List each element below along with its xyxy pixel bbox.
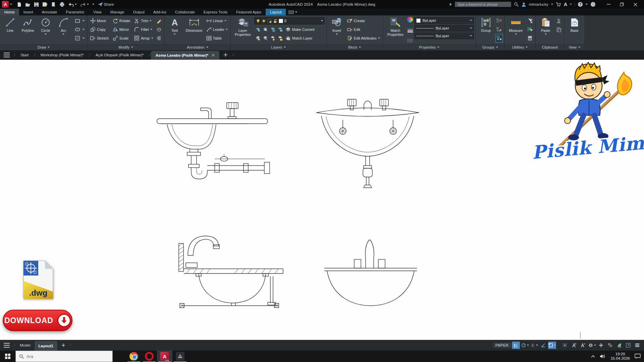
doc-tab-asma-lavabo-active[interactable]: Asma Lavabo (Pislik Mimar)* bbox=[151, 51, 219, 59]
line-button[interactable]: Line bbox=[2, 16, 18, 44]
tab-featured-apps[interactable]: Featured Apps bbox=[232, 9, 266, 15]
leader-button[interactable]: Leader bbox=[205, 25, 229, 34]
units-button[interactable] bbox=[615, 342, 623, 349]
fillet-caret-icon[interactable] bbox=[150, 29, 152, 30]
color-wheel-icon[interactable] bbox=[407, 17, 413, 22]
table-button[interactable]: Table bbox=[205, 34, 229, 43]
help-caret-icon[interactable] bbox=[586, 4, 588, 5]
panel-label-clipboard[interactable]: Clipboard bbox=[536, 44, 564, 50]
move-button[interactable]: Move bbox=[89, 16, 110, 25]
taskbar-clock[interactable]: 19:20 15.04.2026 bbox=[610, 352, 630, 361]
text-button[interactable]: A Text bbox=[166, 16, 183, 44]
qat-customize-caret-icon[interactable] bbox=[92, 4, 94, 5]
tab-express-tools[interactable]: Express Tools bbox=[199, 9, 232, 15]
minimize-button[interactable] bbox=[602, 0, 615, 9]
save-as-icon[interactable] bbox=[42, 2, 48, 7]
array-button[interactable]: Array bbox=[133, 34, 154, 43]
tab-output[interactable]: Output bbox=[128, 9, 149, 15]
start-button[interactable] bbox=[0, 351, 15, 362]
quick-calculator-icon[interactable] bbox=[526, 34, 534, 43]
doc-tabs-menu-icon[interactable] bbox=[0, 50, 13, 59]
layer-off-icon[interactable] bbox=[254, 25, 262, 34]
array-caret-icon[interactable] bbox=[151, 38, 153, 39]
tab-add-ins[interactable]: Add-ins bbox=[149, 9, 171, 15]
isometric-drafting-toggle[interactable] bbox=[530, 342, 538, 349]
object-color-dropdown[interactable]: ByLayer bbox=[414, 17, 474, 24]
tab-annotate[interactable]: Annotate bbox=[37, 9, 61, 15]
plot-icon[interactable] bbox=[51, 2, 56, 7]
linear-caret-icon[interactable] bbox=[224, 20, 226, 21]
download-button[interactable]: DOWNLOAD bbox=[3, 310, 72, 331]
hatch-tool-icon[interactable] bbox=[74, 34, 81, 43]
lineweight-dropdown[interactable]: ByLayer bbox=[414, 25, 474, 32]
ungroup-icon[interactable] bbox=[495, 16, 503, 25]
panel-label-properties[interactable]: Properties bbox=[383, 44, 476, 50]
app-menu-caret-icon[interactable] bbox=[10, 4, 12, 5]
doc-tab-workshop[interactable]: Workshop (Pislik Mimar)* bbox=[36, 50, 89, 59]
taskbar-chrome-icon[interactable] bbox=[126, 351, 142, 362]
layer-thaw-icon[interactable] bbox=[269, 34, 276, 43]
edit-attributes-button[interactable]: Edit Attributes bbox=[346, 34, 381, 43]
close-button[interactable] bbox=[629, 0, 642, 9]
open-folder-icon[interactable] bbox=[25, 2, 31, 7]
select-similar-icon[interactable] bbox=[526, 25, 534, 34]
mirror-button[interactable]: Mirror bbox=[112, 25, 131, 34]
search-icon[interactable] bbox=[514, 2, 519, 7]
taskbar-autocad-icon[interactable]: ACAD bbox=[157, 351, 172, 362]
new-doc-tab-button[interactable] bbox=[219, 50, 232, 59]
circle-button[interactable]: Circle bbox=[37, 16, 54, 44]
tab-view[interactable]: View bbox=[89, 9, 106, 15]
selection-cycling-toggle[interactable] bbox=[561, 342, 569, 349]
autocad-app-menu-icon[interactable]: A bbox=[2, 1, 9, 8]
new-layout-button[interactable] bbox=[57, 343, 69, 347]
match-properties-button[interactable]: Match Properties bbox=[385, 16, 406, 44]
copy-button[interactable]: Copy bbox=[89, 25, 110, 34]
panel-label-block[interactable]: Block bbox=[327, 44, 383, 50]
copy-clip-icon[interactable] bbox=[555, 25, 562, 34]
paper-space-indicator[interactable]: PAPER bbox=[493, 343, 511, 348]
new-file-icon[interactable] bbox=[17, 2, 22, 7]
notification-center-icon[interactable] bbox=[635, 354, 641, 359]
user-avatar-icon[interactable] bbox=[521, 2, 526, 7]
rectangle-tool-icon[interactable] bbox=[74, 16, 81, 25]
trim-caret-icon[interactable] bbox=[150, 20, 152, 21]
assistant-icon[interactable] bbox=[590, 2, 596, 7]
cart-icon[interactable] bbox=[556, 2, 561, 7]
dimension-button[interactable]: Dimension bbox=[184, 16, 204, 44]
ribbon-display-toggle[interactable] bbox=[286, 9, 300, 15]
erase-icon[interactable] bbox=[155, 16, 163, 25]
drawing-canvas[interactable]: Pislik Mimar .dwg DOWNLOAD bbox=[0, 60, 644, 340]
insert-button[interactable]: Insert bbox=[328, 16, 345, 44]
leader-caret-icon[interactable] bbox=[226, 29, 228, 30]
share-button[interactable]: Share bbox=[98, 2, 114, 7]
base-button[interactable]: Base bbox=[566, 16, 583, 44]
layer-dropdown[interactable]: 0 bbox=[254, 17, 325, 24]
rotate-button[interactable]: Rotate bbox=[112, 16, 131, 25]
paste-button[interactable]: Paste bbox=[537, 16, 554, 44]
taskbar-search-input[interactable] bbox=[26, 354, 109, 359]
group-selection-icon[interactable] bbox=[495, 34, 503, 43]
autoscale-annotation-toggle[interactable] bbox=[579, 342, 587, 349]
object-snap-toggle[interactable] bbox=[548, 342, 556, 349]
clean-screen-button[interactable] bbox=[624, 342, 632, 349]
apps-caret-icon[interactable] bbox=[570, 4, 572, 5]
cut-icon[interactable] bbox=[555, 16, 562, 25]
save-icon[interactable] bbox=[34, 2, 39, 7]
snap-mode-toggle[interactable] bbox=[521, 342, 529, 349]
print-icon[interactable] bbox=[59, 2, 65, 7]
group-button[interactable]: Group bbox=[478, 16, 494, 44]
polyline-button[interactable]: Polyline bbox=[19, 16, 36, 44]
taskbar-opera-icon[interactable] bbox=[142, 351, 157, 362]
close-tab-icon[interactable] bbox=[212, 54, 215, 57]
stretch-button[interactable]: Stretch bbox=[89, 34, 110, 43]
trim-button[interactable]: Trim bbox=[133, 16, 154, 25]
linetype-dropdown[interactable]: ByLayer bbox=[414, 33, 474, 39]
layer-unisolate-icon[interactable] bbox=[262, 34, 269, 43]
ellipse-tool-icon[interactable] bbox=[74, 25, 81, 34]
tab-insert[interactable]: Insert bbox=[19, 9, 38, 15]
layer-freeze-button-icon[interactable] bbox=[269, 25, 276, 34]
block-edit-button[interactable]: Edit bbox=[346, 25, 381, 34]
user-menu-caret-icon[interactable] bbox=[551, 4, 553, 5]
scale-button[interactable]: Scale bbox=[112, 34, 131, 43]
tab-parametric[interactable]: Parametric bbox=[62, 9, 89, 15]
